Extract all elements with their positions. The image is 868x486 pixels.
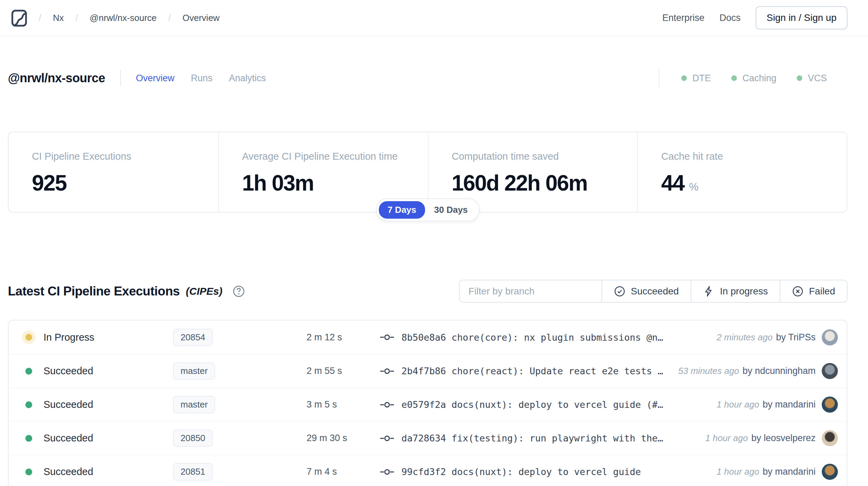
feature-dte: DTE bbox=[681, 73, 711, 84]
cipe-section-header: Latest CI Pipeline Executions (CIPEs) Su… bbox=[8, 280, 847, 303]
commit-message: 8b50e8a6 chore(core): nx plugin submissi… bbox=[401, 332, 663, 343]
stat-label: Average CI Pipeline Execution time bbox=[242, 151, 421, 162]
status-label: Succeeded bbox=[44, 399, 93, 410]
cipe-table-row[interactable]: Succeeded master 3 m 5 s e0579f2a docs(n… bbox=[9, 388, 847, 421]
filter-label: In progress bbox=[720, 286, 768, 297]
help-icon[interactable] bbox=[233, 285, 245, 297]
branch-cell: 20851 bbox=[173, 463, 307, 481]
stat-label: Computation time saved bbox=[452, 151, 631, 162]
git-commit-icon bbox=[380, 401, 394, 409]
status-dot-icon bbox=[25, 401, 32, 408]
status-cell: In Progress bbox=[25, 332, 173, 343]
cipe-section-title: Latest CI Pipeline Executions bbox=[8, 284, 180, 299]
nx-cloud-logo-icon[interactable] bbox=[11, 9, 27, 27]
status-cell: Succeeded bbox=[25, 433, 173, 444]
green-status-dot-icon bbox=[797, 75, 802, 81]
branch-badge: 20850 bbox=[173, 429, 213, 447]
range-option-7-days[interactable]: 7 Days bbox=[379, 201, 425, 219]
stat-value: 925 bbox=[32, 170, 211, 196]
status-cell: Succeeded bbox=[25, 399, 173, 410]
feature-caching: Caching bbox=[731, 73, 776, 84]
git-commit-icon bbox=[380, 435, 394, 442]
status-dot-icon bbox=[25, 368, 32, 375]
tab-analytics[interactable]: Analytics bbox=[229, 73, 266, 84]
feature-vcs: VCS bbox=[797, 73, 827, 84]
branch-cell: master bbox=[173, 362, 307, 380]
range-option-30-days[interactable]: 30 Days bbox=[425, 201, 476, 219]
time-ago-label: 1 hour ago bbox=[717, 399, 759, 410]
x-circle-icon bbox=[792, 285, 804, 297]
breadcrumb-item-nx[interactable]: Nx bbox=[53, 13, 64, 23]
git-commit-icon bbox=[380, 333, 394, 341]
status-dot-icon bbox=[25, 334, 32, 341]
cipe-section-subtitle: (CIPEs) bbox=[186, 285, 223, 297]
check-circle-icon bbox=[614, 285, 625, 297]
meta-cell: 2 minutes ago by TriPSs bbox=[717, 332, 816, 343]
stat-value: 160d 22h 06m bbox=[452, 170, 631, 196]
status-label: Succeeded bbox=[44, 365, 93, 377]
cipe-table: In Progress 20854 2 m 12 s 8b50e8a6 chor… bbox=[8, 320, 847, 486]
breadcrumb-separator: / bbox=[75, 13, 78, 23]
nav-link-docs[interactable]: Docs bbox=[720, 13, 741, 23]
status-label: In Progress bbox=[44, 332, 94, 343]
breadcrumb-item-workspace[interactable]: @nrwl/nx-source bbox=[90, 13, 157, 23]
filter-in-progress-button[interactable]: In progress bbox=[691, 280, 780, 302]
duration-cell: 2 m 12 s bbox=[307, 332, 380, 343]
branch-filter-input[interactable] bbox=[460, 280, 602, 302]
feature-label: DTE bbox=[692, 73, 711, 84]
feature-status-group: DTE Caching VCS bbox=[659, 69, 827, 88]
feature-label: Caching bbox=[742, 73, 776, 84]
cipe-filter-group: Succeeded In progress Failed bbox=[459, 280, 847, 303]
date-range-toggle: 7 Days 30 Days bbox=[376, 198, 479, 221]
commit-message: 2b4f7b86 chore(react): Update react e2e … bbox=[401, 366, 663, 376]
commit-message: da728634 fix(testing): run playwright wi… bbox=[401, 433, 663, 444]
meta-cell: 1 hour ago by mandarini bbox=[717, 466, 816, 477]
status-cell: Succeeded bbox=[25, 466, 173, 477]
duration-cell: 7 m 4 s bbox=[307, 466, 380, 477]
tab-overview[interactable]: Overview bbox=[136, 73, 175, 84]
top-nav-actions: Enterprise Docs Sign in / Sign up bbox=[662, 6, 848, 29]
top-navigation-bar: / Nx / @nrwl/nx-source / Overview Enterp… bbox=[0, 0, 868, 36]
tab-runs[interactable]: Runs bbox=[191, 73, 212, 84]
meta-cell: 1 hour ago by mandarini bbox=[717, 399, 816, 410]
branch-badge: 20851 bbox=[173, 463, 213, 481]
filter-failed-button[interactable]: Failed bbox=[780, 280, 847, 302]
time-ago-label: 53 minutes ago bbox=[678, 366, 739, 376]
status-dot-icon bbox=[25, 469, 32, 475]
feature-label: VCS bbox=[808, 73, 827, 84]
cipe-table-row[interactable]: Succeeded 20851 7 m 4 s 99cfd3f2 docs(nu… bbox=[9, 455, 847, 486]
stat-ci-pipeline-executions: CI Pipeline Executions 925 bbox=[9, 132, 218, 212]
avatar bbox=[822, 397, 838, 413]
breadcrumb-item-overview[interactable]: Overview bbox=[183, 13, 220, 23]
meta-cell: 53 minutes ago by ndcunningham bbox=[678, 366, 816, 376]
branch-cell: 20850 bbox=[173, 429, 307, 447]
stats-card-container: CI Pipeline Executions 925 Average CI Pi… bbox=[8, 132, 847, 212]
stat-label: Cache hit rate bbox=[661, 151, 840, 162]
zap-icon bbox=[703, 285, 715, 297]
cipe-table-row[interactable]: Succeeded 20850 29 m 30 s da728634 fix(t… bbox=[9, 421, 847, 455]
cipe-title-group: Latest CI Pipeline Executions (CIPEs) bbox=[8, 284, 245, 299]
commit-message: e0579f2a docs(nuxt): deploy to vercel gu… bbox=[401, 399, 663, 410]
commit-cell: 8b50e8a6 chore(core): nx plugin submissi… bbox=[380, 332, 710, 343]
cipe-table-row[interactable]: Succeeded master 2 m 55 s 2b4f7b86 chore… bbox=[9, 354, 847, 388]
green-status-dot-icon bbox=[731, 75, 737, 81]
status-dot-icon bbox=[25, 435, 32, 442]
workspace-title: @nrwl/nx-source bbox=[8, 71, 105, 85]
breadcrumb: / Nx / @nrwl/nx-source / Overview bbox=[11, 9, 220, 27]
nav-link-enterprise[interactable]: Enterprise bbox=[662, 13, 705, 23]
stat-value: 1h 03m bbox=[242, 170, 421, 196]
commit-cell: 99cfd3f2 docs(nuxt): deploy to vercel gu… bbox=[380, 466, 710, 477]
author-label: by mandarini bbox=[762, 399, 816, 410]
meta-cell: 1 hour ago by leosvelperez bbox=[705, 433, 816, 444]
author-label: by mandarini bbox=[762, 466, 816, 477]
branch-badge: 20854 bbox=[173, 329, 213, 346]
filter-succeeded-button[interactable]: Succeeded bbox=[602, 280, 691, 302]
stat-label: CI Pipeline Executions bbox=[32, 151, 211, 162]
cipe-table-row[interactable]: In Progress 20854 2 m 12 s 8b50e8a6 chor… bbox=[9, 320, 847, 354]
avatar bbox=[822, 430, 838, 446]
status-cell: Succeeded bbox=[25, 365, 173, 377]
cipe-table-body: In Progress 20854 2 m 12 s 8b50e8a6 chor… bbox=[9, 320, 847, 486]
sign-in-button[interactable]: Sign in / Sign up bbox=[756, 6, 847, 29]
breadcrumb-separator: / bbox=[39, 13, 41, 23]
stat-cache-hit-rate: Cache hit rate 44 % bbox=[637, 132, 847, 212]
